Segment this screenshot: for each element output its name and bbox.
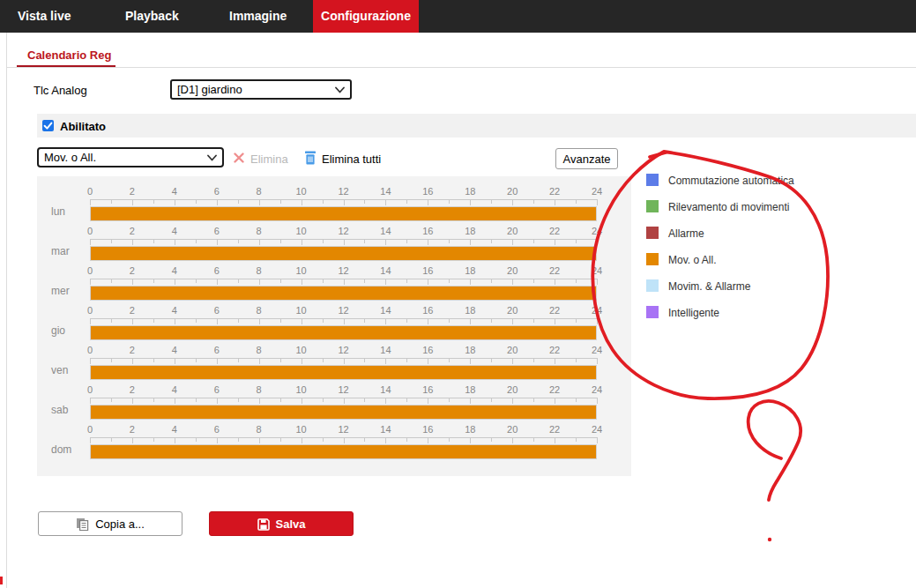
ruler-tick: [196, 199, 197, 204]
ruler-tick: [533, 199, 534, 204]
schedule-type-select[interactable]: Mov. o All.: [37, 147, 224, 167]
ruler-hour-label: 6: [214, 265, 220, 276]
ruler-tick: [132, 398, 133, 404]
ruler-tick: [90, 279, 91, 285]
ruler-tick: [512, 239, 513, 245]
legend-swatch: [646, 253, 659, 265]
ruler-hour-label: 16: [422, 424, 433, 435]
schedule-bar-sab[interactable]: [91, 406, 596, 419]
ruler-tick: [175, 199, 175, 205]
ruler-tick: [470, 358, 471, 364]
ruler-tick: [344, 239, 345, 245]
ruler-hour-label: 10: [295, 424, 306, 435]
ruler-hour-label: 8: [257, 384, 262, 395]
delete-x-icon: [234, 153, 244, 163]
ruler-tick: [364, 199, 365, 204]
save-button[interactable]: Salva: [209, 511, 354, 536]
ruler-hour-label: 10: [295, 305, 306, 316]
ruler-hour-label: 12: [338, 345, 348, 355]
nav-item-configurazione[interactable]: Configurazione: [313, 0, 419, 33]
ruler-hour-label: 18: [465, 305, 475, 316]
ruler-tick: [533, 239, 534, 243]
ruler-hour-label: 20: [507, 186, 518, 197]
legend-swatch: [646, 306, 659, 318]
schedule-bar-mer[interactable]: [91, 287, 596, 300]
day-label: lun: [51, 205, 86, 218]
ruler-tick: [406, 437, 407, 442]
annotation-dot: [768, 538, 771, 541]
tab-calendario-reg[interactable]: Calendario Reg: [27, 48, 111, 62]
ruler-tick: [196, 239, 197, 243]
copy-to-label: Copia a...: [95, 517, 145, 531]
ruler-tick: [344, 437, 345, 443]
legend-label: Mov. o All.: [668, 254, 716, 266]
ruler-tick: [385, 279, 386, 285]
schedule-bar-gio[interactable]: [91, 326, 596, 339]
ruler-tick: [280, 279, 281, 283]
ruler-tick: [323, 199, 324, 204]
save-label: Salva: [276, 517, 306, 531]
schedule-track-mer[interactable]: [90, 286, 597, 301]
ruler-tick: [576, 239, 577, 243]
schedule-bar-ven[interactable]: [91, 366, 596, 379]
delete-all-button[interactable]: Elimina tutti: [322, 153, 381, 166]
ruler-hour-label: 16: [422, 265, 433, 276]
ruler-tick: [428, 437, 428, 443]
enabled-checkbox[interactable]: [42, 120, 54, 131]
ruler-hour-label: 6: [214, 226, 220, 236]
nav-item-playback[interactable]: Playback: [125, 0, 179, 33]
annotation-circle-tail: [650, 153, 666, 157]
ruler-tick: [90, 358, 91, 364]
ruler-tick: [597, 437, 598, 443]
ruler-tick: [280, 358, 281, 362]
schedule-track-lun[interactable]: [90, 206, 597, 221]
ruler-tick: [491, 398, 492, 402]
ruler-tick: [196, 318, 197, 323]
legend-item: Movim. & Allarme: [646, 279, 840, 292]
schedule-bar-lun[interactable]: [91, 207, 596, 220]
ruler-tick: [533, 358, 534, 362]
schedule-track-sab[interactable]: [90, 405, 597, 420]
delete-button[interactable]: Elimina: [250, 153, 288, 166]
schedule-bar-dom[interactable]: [91, 445, 596, 458]
ruler-hour-label: 10: [295, 384, 306, 395]
ruler-tick: [323, 279, 324, 283]
schedule-track-dom[interactable]: [90, 444, 597, 459]
ruler-tick: [470, 437, 471, 443]
ruler-tick: [280, 437, 281, 442]
ruler-hour-label: 18: [465, 186, 475, 197]
nav-item-immagine[interactable]: Immagine: [229, 0, 287, 33]
ruler-hour-label: 8: [257, 186, 262, 197]
ruler-hour-label: 16: [422, 345, 433, 355]
ruler-tick: [555, 358, 555, 364]
timeline-lun: 024681012141618202224: [90, 185, 597, 225]
day-label: mar: [51, 245, 86, 257]
ruler-tick: [217, 437, 218, 443]
ruler-tick: [406, 279, 407, 283]
schedule-bar-mar[interactable]: [91, 247, 596, 260]
ruler-hour-label: 14: [380, 345, 391, 355]
ruler-tick: [385, 358, 386, 364]
nav-item-vista-live[interactable]: Vista live: [18, 0, 71, 33]
schedule-track-gio[interactable]: [90, 325, 597, 340]
ruler-hour-label: 8: [257, 226, 262, 236]
ruler-hour-label: 0: [87, 186, 93, 197]
copy-icon: [76, 517, 89, 531]
schedule-row-gio: gio024681012141618202224: [37, 304, 631, 344]
ruler-hour-label: 10: [295, 186, 306, 197]
schedule-track-ven[interactable]: [90, 365, 597, 380]
day-label: mer: [51, 285, 86, 297]
schedule-row-lun: lun024681012141618202224: [37, 185, 631, 225]
advanced-button[interactable]: Avanzate: [555, 148, 618, 169]
ruler-hour-label: 12: [338, 424, 348, 435]
channel-select[interactable]: [D1] giardino: [170, 79, 352, 100]
ruler-tick: [111, 279, 112, 283]
schedule-row-dom: dom024681012141618202224: [37, 423, 631, 463]
ruler-tick: [196, 437, 197, 442]
ruler-hour-label: 20: [507, 384, 518, 395]
schedule-track-mar[interactable]: [90, 246, 597, 261]
copy-to-button[interactable]: Copia a...: [38, 511, 182, 536]
ruler-hour-label: 12: [338, 186, 348, 197]
ruler-hour-label: 14: [380, 305, 391, 316]
ruler-hour-label: 18: [465, 424, 475, 435]
